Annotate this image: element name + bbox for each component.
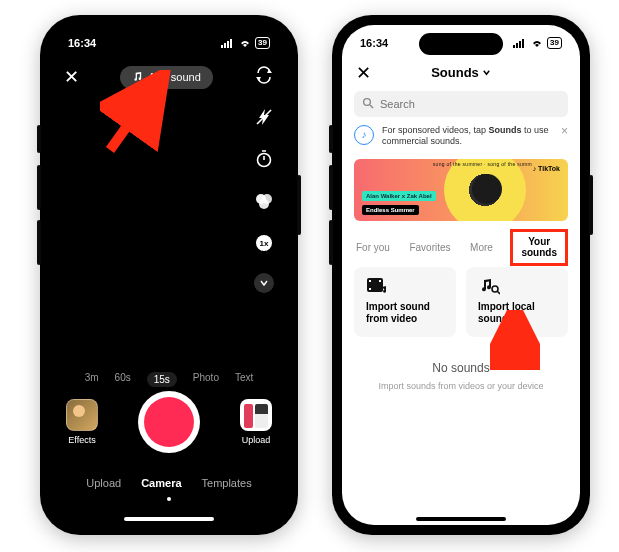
svg-rect-2 bbox=[227, 41, 229, 48]
duration-option[interactable]: Text bbox=[235, 372, 253, 387]
battery-icon: 39 bbox=[547, 37, 562, 49]
wifi-icon bbox=[238, 38, 252, 48]
phone-frame-sounds: 16:34 39 ✕ Sounds bbox=[332, 15, 590, 535]
close-button[interactable]: ✕ bbox=[64, 66, 79, 88]
duration-option[interactable]: 60s bbox=[115, 372, 131, 387]
battery-icon: 39 bbox=[255, 37, 270, 49]
upload-label: Upload bbox=[242, 435, 271, 445]
svg-point-15 bbox=[364, 99, 371, 106]
svg-rect-14 bbox=[522, 39, 524, 48]
filters-icon[interactable] bbox=[252, 189, 276, 213]
phone-side-button bbox=[589, 175, 593, 235]
svg-rect-20 bbox=[379, 280, 381, 282]
phone-side-button bbox=[297, 175, 301, 235]
tab-your-sounds-highlight: Yoursounds bbox=[510, 229, 568, 266]
sounds-title[interactable]: Sounds bbox=[431, 65, 491, 80]
promo-track-tag: Endless Summer bbox=[362, 205, 419, 215]
cellular-icon bbox=[513, 38, 527, 48]
search-input[interactable] bbox=[354, 91, 568, 117]
duration-option[interactable]: Photo bbox=[193, 372, 219, 387]
mode-option[interactable]: Upload bbox=[86, 477, 121, 489]
music-note-icon bbox=[132, 71, 143, 84]
tab-for-you[interactable]: For you bbox=[354, 238, 392, 257]
more-tools-chevron-icon[interactable] bbox=[254, 273, 274, 293]
sounds-tabs: For you Favorites More Yoursounds bbox=[354, 229, 568, 266]
add-sound-button[interactable]: Add sound bbox=[120, 66, 213, 89]
film-music-icon bbox=[366, 277, 388, 295]
svg-rect-18 bbox=[369, 280, 371, 282]
camera-screen: 16:34 39 ✕ Add sound bbox=[50, 25, 288, 525]
svg-rect-11 bbox=[513, 45, 515, 48]
sponsor-text: For sponsored videos, tap Sounds to use … bbox=[382, 125, 553, 148]
close-button[interactable]: ✕ bbox=[356, 62, 371, 84]
record-button[interactable] bbox=[138, 391, 200, 453]
svg-point-8 bbox=[259, 199, 269, 209]
dismiss-notice-button[interactable]: × bbox=[561, 125, 568, 137]
promo-avatar bbox=[472, 174, 502, 204]
phone-side-button bbox=[329, 125, 333, 153]
tab-favorites[interactable]: Favorites bbox=[407, 238, 452, 257]
import-local-sound-button[interactable]: Import local sound bbox=[466, 267, 568, 337]
effects-button[interactable]: Effects bbox=[66, 399, 98, 445]
tab-more[interactable]: More bbox=[468, 238, 495, 257]
empty-state-subtitle: Import sounds from videos or your device bbox=[342, 381, 580, 391]
duration-option[interactable]: 3m bbox=[85, 372, 99, 387]
import-from-video-button[interactable]: Import sound from video bbox=[354, 267, 456, 337]
chevron-down-icon bbox=[482, 65, 491, 80]
phone-side-button bbox=[329, 220, 333, 265]
sponsor-notice: ♪ For sponsored videos, tap Sounds to us… bbox=[354, 125, 568, 148]
svg-rect-3 bbox=[230, 39, 232, 48]
svg-rect-1 bbox=[224, 43, 226, 48]
status-time: 16:34 bbox=[360, 37, 388, 49]
svg-rect-13 bbox=[519, 41, 521, 48]
phone-side-button bbox=[37, 220, 41, 265]
home-indicator[interactable] bbox=[124, 517, 214, 521]
tab-your-sounds[interactable]: Yoursounds bbox=[519, 233, 559, 262]
flash-icon[interactable] bbox=[252, 105, 276, 129]
sounds-screen: 16:34 39 ✕ Sounds bbox=[342, 25, 580, 525]
upload-thumbnail bbox=[240, 399, 272, 431]
effects-thumbnail bbox=[66, 399, 98, 431]
music-search-icon bbox=[478, 277, 500, 295]
svg-rect-19 bbox=[369, 288, 371, 290]
phone-frame-camera: 16:34 39 ✕ Add sound bbox=[40, 15, 298, 535]
speed-icon[interactable]: 1x bbox=[252, 231, 276, 255]
upload-button[interactable]: Upload bbox=[240, 399, 272, 445]
mode-selector[interactable]: Upload Camera Templates bbox=[50, 477, 288, 489]
notch bbox=[127, 33, 211, 55]
info-music-icon: ♪ bbox=[354, 125, 374, 145]
duration-selector[interactable]: 3m 60s 15s Photo Text bbox=[50, 372, 288, 387]
search-icon bbox=[362, 97, 374, 111]
svg-rect-0 bbox=[221, 45, 223, 48]
phone-side-button bbox=[37, 125, 41, 153]
svg-rect-12 bbox=[516, 43, 518, 48]
empty-state-title: No sounds bbox=[342, 361, 580, 375]
mode-option[interactable]: Templates bbox=[202, 477, 252, 489]
timer-icon[interactable] bbox=[252, 147, 276, 171]
tiktok-logo-text: ♪ TikTok bbox=[533, 165, 560, 172]
import-from-video-label: Import sound from video bbox=[366, 301, 444, 325]
svg-point-21 bbox=[492, 286, 498, 292]
record-button-inner bbox=[144, 397, 194, 447]
home-indicator[interactable] bbox=[416, 517, 506, 521]
sounds-title-label: Sounds bbox=[431, 65, 479, 80]
promo-ring-text: song of the summer · song of the summ bbox=[433, 161, 532, 167]
promo-banner[interactable]: song of the summer · song of the summ Al… bbox=[354, 159, 568, 221]
svg-line-16 bbox=[370, 105, 373, 108]
phone-side-button bbox=[37, 165, 41, 210]
effects-label: Effects bbox=[68, 435, 95, 445]
promo-artist-tag: Alan Walker x Zak Abel bbox=[362, 191, 436, 201]
add-sound-label: Add sound bbox=[148, 71, 201, 83]
phone-side-button bbox=[329, 165, 333, 210]
wifi-icon bbox=[530, 38, 544, 48]
flip-camera-icon[interactable] bbox=[254, 65, 274, 89]
mode-indicator-dot bbox=[167, 497, 171, 501]
import-local-sound-label: Import local sound bbox=[478, 301, 556, 325]
cellular-icon bbox=[221, 38, 235, 48]
svg-line-22 bbox=[497, 291, 500, 294]
search-field[interactable] bbox=[380, 98, 560, 110]
notch bbox=[419, 33, 503, 55]
mode-option-active[interactable]: Camera bbox=[141, 477, 181, 489]
status-time: 16:34 bbox=[68, 37, 96, 49]
duration-option-active[interactable]: 15s bbox=[147, 372, 177, 387]
